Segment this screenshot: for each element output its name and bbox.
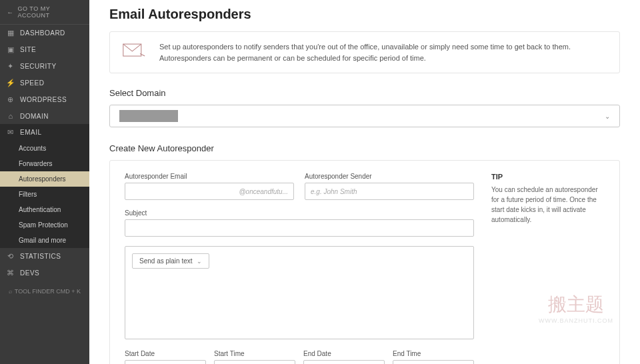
back-label: GO TO MY ACCOUNT bbox=[18, 5, 83, 19]
select-domain-label: Select Domain bbox=[109, 88, 620, 98]
email-subnav: Accounts Forwarders Autoresponders Filte… bbox=[0, 141, 89, 248]
sidebar-item-dashboard[interactable]: ▦DASHBOARD bbox=[0, 25, 89, 41]
tool-finder[interactable]: ⌕ TOOL FINDER CMD + K bbox=[0, 281, 89, 301]
subnav-accounts[interactable]: Accounts bbox=[0, 141, 89, 156]
subject-field-label: Subject bbox=[125, 209, 474, 217]
subnav-spam-protection[interactable]: Spam Protection bbox=[0, 217, 89, 233]
sidebar-item-domain[interactable]: ⌂DOMAIN bbox=[0, 108, 89, 124]
start-time-label: Start Time bbox=[214, 350, 295, 357]
autoresponder-email-input[interactable] bbox=[125, 183, 294, 200]
intro-banner: Set up autoresponders to notify senders … bbox=[109, 31, 620, 73]
subnav-forwarders[interactable]: Forwarders bbox=[0, 156, 89, 171]
tip-panel: TIP You can schedule an autoresponder fo… bbox=[491, 173, 605, 364]
autoresponder-sender-input[interactable] bbox=[305, 183, 474, 200]
subnav-autoresponders[interactable]: Autoresponders bbox=[0, 171, 89, 187]
sidebar-item-email[interactable]: ✉EMAIL bbox=[0, 124, 89, 141]
create-autoresponder-label: Create New Autoresponder bbox=[109, 143, 620, 153]
end-time-label: End Time bbox=[393, 350, 474, 357]
start-time-picker[interactable]: ◷ Select time bbox=[214, 360, 295, 364]
start-date-picker[interactable]: ▦ Select date bbox=[125, 360, 206, 364]
sender-field-label: Autoresponder Sender bbox=[305, 173, 474, 180]
tip-text: You can schedule an autoresponder for a … bbox=[491, 185, 605, 225]
site-icon: ▣ bbox=[7, 45, 15, 54]
chevron-down-icon: ⌄ bbox=[605, 113, 610, 120]
stats-icon: ⟲ bbox=[7, 252, 15, 261]
start-date-label: Start Date bbox=[125, 350, 206, 357]
tip-title: TIP bbox=[491, 173, 605, 181]
wordpress-icon: ⊕ bbox=[7, 95, 15, 104]
domain-select[interactable]: ⌄ bbox=[109, 105, 620, 127]
domain-selected-value bbox=[119, 110, 178, 122]
main-nav: ▦DASHBOARD ▣SITE ✦SECURITY ⚡SPEED ⊕WORDP… bbox=[0, 25, 89, 281]
shield-icon: ✦ bbox=[7, 62, 15, 71]
autoresponder-form: Autoresponder Email Autoresponder Sender… bbox=[109, 160, 620, 364]
intro-text: Set up autoresponders to notify senders … bbox=[159, 41, 607, 63]
bolt-icon: ⚡ bbox=[7, 79, 15, 87]
sidebar-item-security[interactable]: ✦SECURITY bbox=[0, 58, 89, 75]
chevron-down-icon: ⌄ bbox=[197, 258, 202, 265]
back-to-account-link[interactable]: ← GO TO MY ACCOUNT bbox=[0, 0, 89, 25]
main-content: Email Autoresponders Set up autoresponde… bbox=[89, 0, 640, 364]
arrow-left-icon: ← bbox=[7, 9, 14, 16]
envelope-illustration-icon bbox=[122, 41, 146, 62]
sidebar-item-devs[interactable]: ⌘DEVS bbox=[0, 265, 89, 281]
search-icon: ⌕ bbox=[9, 288, 12, 295]
end-time-picker[interactable]: ◷ Select time bbox=[393, 360, 474, 364]
page-title: Email Autoresponders bbox=[109, 7, 620, 22]
subnav-authentication[interactable]: Authentication bbox=[0, 202, 89, 217]
envelope-icon: ✉ bbox=[7, 128, 15, 137]
message-body-editor[interactable]: Send as plain text ⌄ bbox=[125, 246, 474, 339]
devs-icon: ⌘ bbox=[7, 269, 15, 277]
sidebar-item-statistics[interactable]: ⟲STATISTICS bbox=[0, 248, 89, 265]
domain-icon: ⌂ bbox=[7, 112, 15, 120]
subnav-gmail-and-more[interactable]: Gmail and more bbox=[0, 233, 89, 248]
end-date-label: End Date bbox=[303, 350, 385, 357]
grid-icon: ▦ bbox=[7, 29, 15, 37]
end-date-picker[interactable]: ▦ Select date bbox=[303, 360, 385, 364]
sidebar-item-site[interactable]: ▣SITE bbox=[0, 41, 89, 58]
sidebar-item-wordpress[interactable]: ⊕WORDPRESS bbox=[0, 91, 89, 108]
sidebar: ← GO TO MY ACCOUNT ▦DASHBOARD ▣SITE ✦SEC… bbox=[0, 0, 89, 364]
subject-input[interactable] bbox=[125, 219, 474, 237]
sidebar-item-speed[interactable]: ⚡SPEED bbox=[0, 75, 89, 91]
subnav-filters[interactable]: Filters bbox=[0, 187, 89, 202]
body-format-dropdown[interactable]: Send as plain text ⌄ bbox=[132, 253, 209, 269]
email-field-label: Autoresponder Email bbox=[125, 173, 294, 180]
